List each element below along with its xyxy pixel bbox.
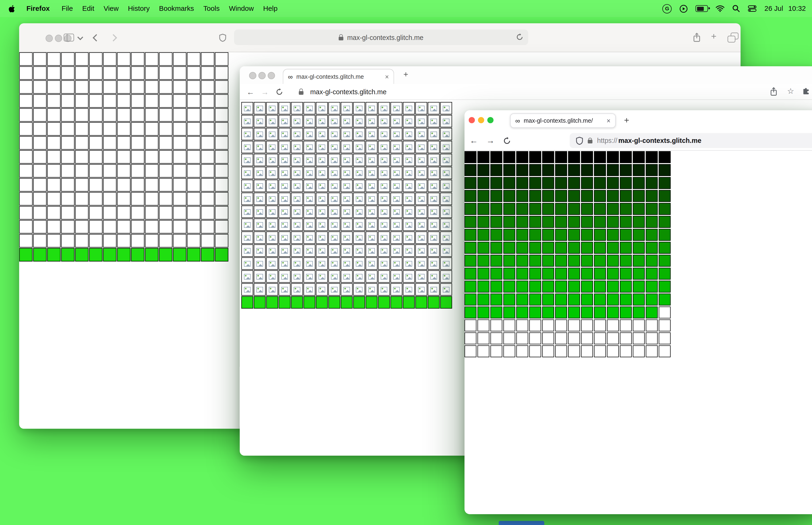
- wifi-icon[interactable]: [716, 5, 724, 12]
- broken-image-icon: [356, 170, 363, 176]
- grid-cell: [279, 141, 291, 153]
- minimize-button[interactable]: [55, 35, 62, 42]
- broken-image-icon: [256, 209, 263, 214]
- new-tab-button[interactable]: +: [403, 70, 408, 79]
- minimize-button[interactable]: [258, 72, 266, 79]
- grid-cell: [464, 177, 476, 189]
- new-tab-button[interactable]: +: [711, 31, 716, 42]
- grid-cell: [328, 180, 340, 192]
- share-icon[interactable]: [693, 33, 701, 43]
- grid-cell: [542, 229, 554, 241]
- active-app-name[interactable]: Firefox: [22, 5, 54, 13]
- url-text[interactable]: max-gl-contexts.glitch.me: [310, 88, 386, 95]
- grid-cell: [341, 141, 353, 153]
- control-center-icon[interactable]: [748, 5, 756, 12]
- broken-image-icon: [294, 260, 301, 266]
- back-button[interactable]: [93, 34, 100, 41]
- address-bar[interactable]: max-gl-contexts.glitch.me: [234, 30, 528, 45]
- minimize-button[interactable]: [478, 117, 484, 123]
- grid-cell: [659, 332, 671, 344]
- grid-cell: [378, 270, 390, 283]
- menu-item-edit[interactable]: Edit: [78, 5, 99, 13]
- grid-cell: [490, 281, 502, 292]
- grid-cell: [117, 178, 131, 192]
- browser-tab[interactable]: ∞ max-gl-contexts.glitch.me ×: [282, 69, 394, 84]
- forward-button[interactable]: →: [261, 87, 269, 96]
- now-playing-icon[interactable]: [679, 4, 688, 13]
- close-button[interactable]: [469, 117, 475, 123]
- broken-image-icon: [294, 183, 301, 189]
- broken-image-icon: [294, 157, 301, 163]
- chevron-down-icon[interactable]: [77, 34, 83, 40]
- back-button[interactable]: ←: [470, 136, 478, 145]
- grid-cell: [316, 102, 328, 115]
- grid-cell: [117, 52, 131, 66]
- menu-item-file[interactable]: File: [57, 5, 78, 13]
- grid-cell: [19, 122, 33, 136]
- safari-toolbar[interactable]: max-gl-contexts.glitch.me +: [19, 23, 740, 52]
- grid-cell: [341, 257, 353, 270]
- broken-image-icon: [294, 144, 301, 150]
- grid-cell: [103, 66, 117, 80]
- menu-item-tools[interactable]: Tools: [199, 5, 224, 13]
- forward-button[interactable]: →: [486, 136, 494, 145]
- address-bar[interactable]: https:// max-gl-contexts.glitch.me: [569, 133, 812, 148]
- reload-icon[interactable]: [276, 88, 284, 95]
- search-icon[interactable]: [732, 5, 740, 13]
- extensions-puzzle-icon[interactable]: [802, 87, 810, 95]
- apple-menu-icon[interactable]: [8, 4, 15, 13]
- back-button[interactable]: ←: [246, 87, 254, 96]
- new-tab-button[interactable]: +: [624, 115, 629, 126]
- menu-item-help[interactable]: Help: [258, 5, 282, 13]
- broken-image-icon: [294, 131, 301, 137]
- grid-cell: [291, 270, 303, 283]
- grid-cell: [341, 296, 353, 309]
- menu-time[interactable]: 10:32: [788, 5, 806, 13]
- menu-item-window[interactable]: Window: [224, 5, 259, 13]
- forward-button[interactable]: [110, 34, 117, 41]
- grid-cell: [646, 164, 658, 176]
- zoom-button[interactable]: [268, 72, 275, 79]
- grid-cell: [659, 294, 671, 305]
- privacy-shield-icon[interactable]: [219, 34, 226, 42]
- sidebar-toggle-icon[interactable]: [64, 34, 74, 41]
- lock-icon[interactable]: [588, 140, 593, 144]
- broken-image-icon: [393, 131, 400, 137]
- reload-icon[interactable]: [516, 33, 523, 41]
- tab-close-icon[interactable]: ×: [385, 73, 389, 80]
- bookmark-star-icon[interactable]: ☆: [787, 87, 794, 96]
- grid-cell: [490, 203, 502, 215]
- battery-icon[interactable]: [695, 5, 708, 12]
- grid-cell: [607, 306, 619, 318]
- firefox-tab-bar[interactable]: ∞ max-gl-contexts.glitch.me/ × +: [464, 110, 812, 131]
- menu-item-view[interactable]: View: [99, 5, 123, 13]
- g-badge-icon[interactable]: G: [662, 4, 672, 13]
- chrome-nav-bar[interactable]: ← → max-gl-contexts.glitch.me ☆: [240, 84, 812, 100]
- broken-image-icon: [443, 183, 449, 189]
- firefox-nav-bar[interactable]: ← → https:// max-gl-contexts.glitch.me: [464, 131, 812, 151]
- grid-cell: [530, 151, 541, 163]
- grid-cell: [555, 306, 567, 318]
- close-button[interactable]: [46, 35, 53, 42]
- grid-cell: [103, 178, 117, 192]
- grid-cell: [477, 177, 489, 189]
- broken-image-icon: [294, 286, 301, 292]
- grid-cell: [131, 150, 144, 164]
- grid-cell: [159, 220, 172, 234]
- close-button[interactable]: [249, 72, 256, 79]
- zoom-button[interactable]: [487, 117, 493, 123]
- menu-item-history[interactable]: History: [123, 5, 154, 13]
- grid-cell: [555, 229, 567, 241]
- tab-overview-icon[interactable]: [727, 33, 738, 43]
- firefox-window[interactable]: ∞ max-gl-contexts.glitch.me/ × + ← → htt…: [464, 110, 812, 514]
- reload-icon[interactable]: [503, 137, 511, 145]
- tab-close-icon[interactable]: ×: [607, 117, 611, 124]
- grid-cell: [530, 242, 541, 254]
- tracking-shield-icon[interactable]: [576, 137, 583, 145]
- grid-cell: [568, 190, 580, 202]
- menu-date[interactable]: 26 Jul: [765, 5, 783, 13]
- share-icon[interactable]: [770, 87, 777, 96]
- menu-item-bookmarks[interactable]: Bookmarks: [154, 5, 199, 13]
- browser-tab[interactable]: ∞ max-gl-contexts.glitch.me/ ×: [510, 113, 616, 128]
- chrome-tab-bar[interactable]: ∞ max-gl-contexts.glitch.me × +: [240, 66, 812, 84]
